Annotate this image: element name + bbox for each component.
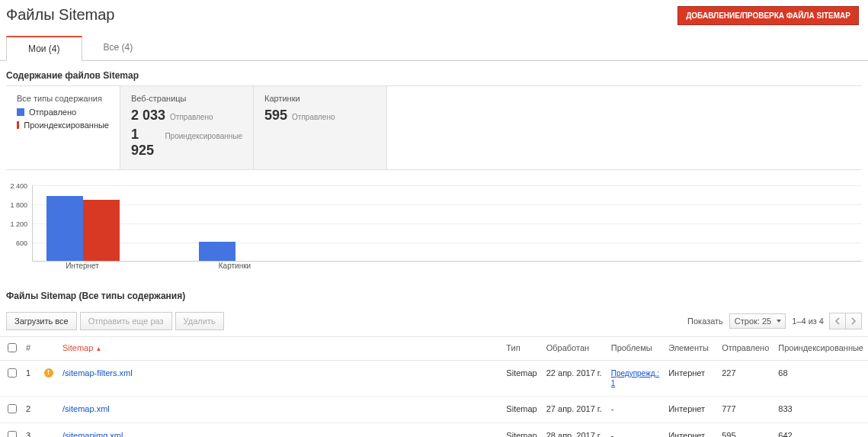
sitemap-table: # Sitemap ▲ Тип Обработан Проблемы Элеме… bbox=[0, 336, 868, 437]
sitemap-link[interactable]: /sitemapimg.xml bbox=[62, 431, 123, 437]
date-cell: 27 апр. 2017 г. bbox=[542, 397, 607, 423]
sitemap-cell: /sitemap.xml bbox=[58, 397, 501, 423]
elements-cell: ИнтернетКартинки bbox=[664, 423, 717, 438]
show-label: Показать bbox=[687, 317, 723, 326]
row-checkbox[interactable] bbox=[8, 431, 17, 437]
col-type[interactable]: Тип bbox=[501, 337, 541, 361]
date-cell: 28 апр. 2017 г. bbox=[542, 423, 607, 438]
col-sitemap[interactable]: Sitemap ▲ bbox=[58, 337, 501, 361]
sent-cell: 227 bbox=[717, 361, 774, 397]
col-processed[interactable]: Обработан bbox=[542, 337, 607, 361]
warning-icon bbox=[44, 368, 53, 378]
row-checkbox[interactable] bbox=[8, 368, 17, 378]
legend-indexed: Проиндексированные bbox=[17, 120, 109, 130]
table-row: 2/sitemap.xmlSitemap27 апр. 2017 г.-Инте… bbox=[0, 397, 868, 423]
x-label: Интернет bbox=[46, 262, 119, 270]
select-all-checkbox[interactable] bbox=[8, 343, 17, 352]
img-heading: Картинки bbox=[264, 94, 376, 103]
table-row: 1/sitemap-filters.xmlSitemap22 апр. 2017… bbox=[0, 361, 868, 397]
tab-all[interactable]: Все (4) bbox=[82, 36, 155, 60]
square-icon bbox=[17, 108, 24, 116]
download-all-button[interactable]: Загрузить все bbox=[6, 312, 77, 330]
col-sent[interactable]: Отправлено bbox=[717, 337, 774, 361]
resend-button[interactable]: Отправить еще раз bbox=[80, 312, 172, 330]
col-issues[interactable]: Проблемы bbox=[607, 337, 664, 361]
plot-area bbox=[32, 185, 862, 262]
sitemap-cell: /sitemapimg.xml bbox=[58, 423, 501, 438]
legend-sent-label: Отправлено bbox=[29, 108, 76, 117]
indexed-cell: 642- bbox=[774, 423, 868, 438]
issues-cell: - bbox=[607, 423, 664, 438]
col-elements[interactable]: Элементы bbox=[664, 337, 717, 361]
y-tick: 1 200 bbox=[10, 220, 27, 228]
row-index: 3 bbox=[21, 423, 40, 438]
bar bbox=[199, 242, 235, 261]
table-row: 3/sitemapimg.xmlSitemap28 апр. 2017 г.-И… bbox=[0, 423, 868, 438]
web-sent-label: Отправлено bbox=[170, 113, 213, 121]
col-indexed[interactable]: Проиндексированные bbox=[774, 337, 868, 361]
bar bbox=[46, 196, 83, 261]
chevron-left-icon bbox=[835, 317, 840, 325]
img-sent-label: Отправлено bbox=[292, 113, 335, 121]
indexed-cell: 68 bbox=[774, 361, 868, 397]
table-toolbar: Загрузить все Отправить еще раз Удалить bbox=[6, 312, 224, 330]
row-checkbox[interactable] bbox=[8, 404, 17, 413]
delete-button[interactable]: Удалить bbox=[175, 312, 224, 330]
row-index: 1 bbox=[21, 361, 40, 397]
img-box[interactable]: Картинки 595 Отправлено bbox=[254, 86, 387, 169]
web-sent-value: 2 033 bbox=[131, 108, 165, 124]
rows-select[interactable]: Строк: 25 bbox=[729, 313, 786, 329]
bar bbox=[83, 200, 120, 261]
x-label: Картинки bbox=[198, 262, 271, 270]
legend-sent: Отправлено bbox=[17, 108, 109, 117]
section-content-title: Содержание файлов Sitemap bbox=[0, 61, 868, 85]
y-tick: 1 800 bbox=[10, 201, 27, 209]
pager: Показать Строк: 25 1–4 из 4 bbox=[687, 313, 862, 329]
col-index[interactable]: # bbox=[21, 337, 40, 361]
bar-group bbox=[199, 242, 235, 261]
issues-cell: Предупрежд.: 1 bbox=[607, 361, 664, 397]
sent-cell: 595595 bbox=[717, 423, 774, 438]
prev-page-button[interactable] bbox=[829, 313, 846, 329]
add-sitemap-button[interactable]: ДОБАВЛЕНИЕ/ПРОВЕРКА ФАЙЛА SITEMAP bbox=[677, 6, 859, 25]
bar-group bbox=[46, 196, 120, 261]
chart: 2 400 1 800 1 200 600 ИнтернетКартинки bbox=[6, 185, 862, 274]
page-title: Файлы Sitemap bbox=[6, 6, 114, 24]
elements-cell: Интернет bbox=[664, 361, 717, 397]
table-title: Файлы Sitemap (Все типы содержания) bbox=[0, 281, 868, 306]
web-indexed-label: Проиндексированные bbox=[165, 132, 242, 140]
filter-heading: Все типы содержания bbox=[17, 94, 109, 103]
type-cell: Sitemap bbox=[501, 361, 541, 397]
y-tick: 600 bbox=[16, 239, 27, 247]
stat-boxes: Все типы содержания Отправлено Проиндекс… bbox=[6, 85, 862, 170]
elements-cell: Интернет bbox=[664, 397, 717, 423]
warning-link[interactable]: Предупрежд.: 1 bbox=[611, 369, 659, 387]
range-label: 1–4 из 4 bbox=[792, 317, 824, 326]
type-cell: Sitemap bbox=[501, 423, 541, 438]
issues-cell: - bbox=[607, 397, 664, 423]
y-tick: 2 400 bbox=[10, 182, 27, 190]
legend-indexed-label: Проиндексированные bbox=[24, 120, 109, 130]
web-heading: Веб-страницы bbox=[131, 94, 242, 103]
chevron-right-icon bbox=[851, 317, 856, 325]
sitemap-link[interactable]: /sitemap.xml bbox=[62, 404, 110, 413]
row-index: 2 bbox=[21, 397, 40, 423]
sitemap-cell: /sitemap-filters.xml bbox=[58, 361, 501, 397]
indexed-cell: 833 bbox=[774, 397, 868, 423]
next-page-button[interactable] bbox=[845, 313, 862, 329]
sitemap-link[interactable]: /sitemap-filters.xml bbox=[62, 368, 133, 378]
sent-cell: 777 bbox=[717, 397, 774, 423]
web-box[interactable]: Веб-страницы 2 033 Отправлено 1 925 Прои… bbox=[120, 86, 254, 169]
filter-box[interactable]: Все типы содержания Отправлено Проиндекс… bbox=[6, 86, 120, 169]
type-cell: Sitemap bbox=[501, 397, 541, 423]
square-icon bbox=[17, 121, 19, 129]
tabs: Мои (4) Все (4) bbox=[0, 36, 868, 61]
date-cell: 22 апр. 2017 г. bbox=[542, 361, 607, 397]
web-indexed-value: 1 925 bbox=[131, 127, 160, 159]
img-sent-value: 595 bbox=[264, 108, 287, 124]
tab-my[interactable]: Мои (4) bbox=[6, 36, 82, 61]
